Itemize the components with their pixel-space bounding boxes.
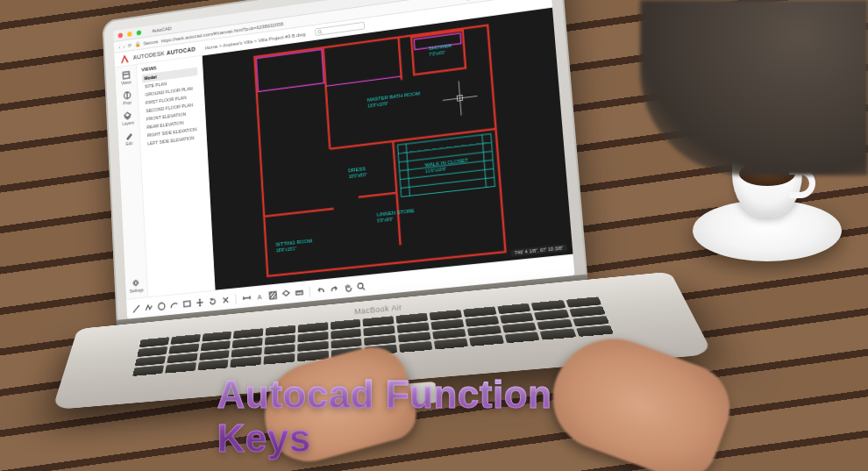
svg-point-31 (158, 303, 165, 310)
svg-point-46 (357, 282, 362, 288)
layer-icon (281, 289, 290, 298)
views-icon (122, 71, 130, 80)
svg-line-17 (326, 76, 402, 86)
secure-label: Secure (143, 39, 158, 46)
tool-rotate[interactable] (208, 296, 217, 306)
rail-layers[interactable]: Layers (122, 111, 134, 125)
room-dimension: 10'0"x8'0" (348, 173, 367, 180)
rect-icon (182, 299, 191, 309)
hatch-icon (268, 290, 277, 300)
layers-icon (124, 111, 132, 120)
measure-icon (295, 288, 303, 297)
svg-line-33 (243, 297, 249, 298)
tool-redo[interactable] (329, 283, 338, 294)
screen: AutoCAD ‹ › ⟳ 🔒 Secure https://web.autoc… (113, 0, 574, 319)
svg-line-47 (362, 287, 365, 289)
lock-icon: 🔒 (135, 40, 140, 46)
tool-zoom[interactable] (356, 281, 366, 291)
tool-pan[interactable] (343, 282, 352, 293)
tool-undo[interactable] (316, 285, 325, 296)
tool-layer[interactable] (281, 289, 290, 299)
svg-line-9 (324, 47, 331, 148)
svg-line-11 (330, 129, 495, 149)
svg-line-24 (401, 177, 494, 188)
room-label: LINNEN STORE (376, 207, 415, 217)
svg-line-3 (123, 74, 129, 75)
nav-back-icon[interactable]: ‹ (118, 44, 120, 49)
svg-line-30 (132, 305, 139, 312)
undo-icon (317, 286, 325, 296)
move-icon (196, 297, 204, 307)
nav-reload-icon[interactable]: ⟳ (128, 42, 132, 48)
svg-line-13 (264, 209, 333, 217)
zoom-icon (356, 282, 365, 291)
nav-forward-icon[interactable]: › (123, 43, 125, 48)
room-label: DRESS (348, 166, 366, 173)
prop-icon (123, 91, 131, 100)
redo-icon (330, 284, 338, 294)
line-icon (132, 304, 139, 313)
svg-point-0 (318, 30, 322, 33)
svg-line-23 (400, 168, 494, 179)
rail-prop[interactable]: Prop (123, 91, 132, 106)
circle-icon (157, 302, 166, 310)
window-maximize-icon[interactable] (137, 30, 142, 35)
room-label: SHOWER (429, 43, 452, 52)
trim-icon (221, 295, 230, 304)
tool-arc[interactable] (169, 300, 179, 310)
room-dimension: 13'0"x10'9" (367, 101, 388, 108)
room-label: WALK IN CLOSET (424, 157, 468, 168)
autocad-logo-icon (121, 54, 129, 63)
text-icon: A (255, 291, 264, 301)
tool-hatch[interactable] (267, 289, 277, 300)
tool-move[interactable] (195, 297, 204, 308)
drawing-canvas[interactable]: SHOWER7'3"x4'0"MASTER BATH ROOM13'0"x10'… (203, 8, 573, 290)
rail-views[interactable]: Views (120, 70, 131, 85)
tool-circle[interactable] (157, 301, 166, 311)
scene: AutoCAD ‹ › ⟳ 🔒 Secure https://web.autoc… (0, 0, 868, 471)
pan-icon (343, 282, 352, 292)
edit-icon (125, 132, 132, 140)
floorplan-drawing[interactable]: SHOWER7'3"x4'0"MASTER BATH ROOM13'0"x10'… (203, 8, 573, 290)
tool-dim[interactable] (242, 292, 252, 303)
svg-rect-32 (183, 301, 190, 306)
arc-icon (170, 300, 179, 309)
title-overlay: Autocad Function Keys (217, 373, 651, 460)
svg-line-1 (321, 32, 322, 34)
tool-line[interactable] (132, 303, 140, 313)
tool-trim[interactable] (221, 295, 231, 305)
svg-text:A: A (257, 292, 262, 301)
window-minimize-icon[interactable] (127, 31, 132, 36)
settings-icon (132, 278, 140, 287)
tool-text[interactable]: A (254, 291, 264, 302)
tool-polyline[interactable] (144, 303, 153, 313)
rail-edit[interactable]: Edit (125, 132, 133, 146)
tool-rect[interactable] (182, 298, 192, 309)
rail-settings[interactable]: Settings (129, 278, 144, 294)
toolbar-separator (309, 286, 310, 296)
rotate-icon (208, 296, 217, 306)
svg-line-20 (398, 142, 491, 153)
room-dimension: 18'9"x15'1" (276, 246, 297, 253)
dim-icon (242, 293, 251, 303)
room-dimension: 7'3"x4'0" (429, 51, 445, 58)
search-icon (317, 29, 323, 34)
room-label: SITTING ROOM (275, 238, 312, 247)
svg-line-14 (359, 193, 397, 197)
svg-point-7 (134, 281, 138, 284)
toolbar-separator (235, 294, 237, 304)
svg-rect-8 (254, 25, 505, 276)
room-dimension: 5'0"x9'0" (377, 217, 394, 223)
svg-marker-41 (282, 290, 289, 296)
browser-tab[interactable]: AutoCAD (152, 25, 171, 33)
tool-measure[interactable] (294, 287, 303, 297)
svg-line-10 (399, 38, 402, 80)
polyline-icon (145, 303, 153, 311)
window-close-icon[interactable] (118, 32, 124, 38)
room-dimension: 11'6"x10'9" (425, 167, 447, 174)
room-label: MASTER BATH ROOM (366, 90, 420, 103)
